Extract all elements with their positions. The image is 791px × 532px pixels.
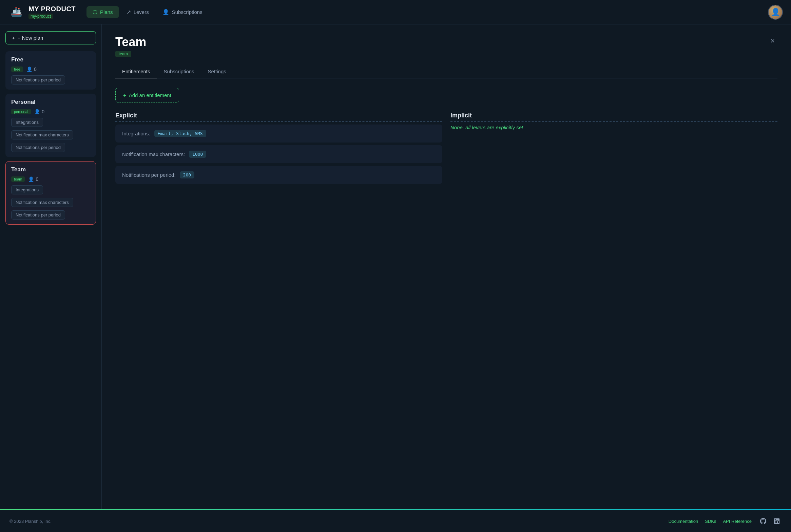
plan-card-team[interactable]: Team team 👤 0 Integrations Notification … bbox=[5, 161, 96, 225]
sidebar: + + New plan Free free 👤 0 Notifications… bbox=[0, 24, 102, 509]
footer-link-documentation[interactable]: Documentation bbox=[669, 519, 698, 524]
user-icon-free: 👤 bbox=[26, 66, 32, 72]
entitlement-tag-free-0: Notifications per period bbox=[11, 75, 65, 84]
entitlement-tag-personal-2: Notifications per period bbox=[11, 143, 65, 152]
footer: © 2023 Planship, Inc. Documentation SDKs… bbox=[0, 509, 791, 532]
entitlements-grid: Explicit Integrations: Email, Slack, SMS… bbox=[115, 112, 777, 187]
nav-tab-subscriptions[interactable]: 👤 Subscriptions bbox=[156, 6, 209, 18]
subscriptions-icon: 👤 bbox=[162, 9, 169, 15]
entitlement-row-integrations: Integrations: Email, Slack, SMS bbox=[115, 125, 442, 142]
footer-link-api-reference[interactable]: API Reference bbox=[723, 519, 752, 524]
avatar[interactable]: 👤 bbox=[768, 5, 783, 20]
tab-settings[interactable]: Settings bbox=[201, 65, 233, 78]
footer-social bbox=[758, 516, 782, 526]
new-plan-icon: + bbox=[12, 35, 15, 41]
user-count-personal: 0 bbox=[42, 109, 44, 114]
entitlement-tag-personal-0: Integrations bbox=[11, 118, 43, 127]
notifications-per-period-label: Notifications per period: bbox=[122, 172, 176, 178]
nav-tab-subscriptions-label: Subscriptions bbox=[172, 9, 202, 15]
linkedin-icon[interactable] bbox=[772, 516, 782, 526]
entitlement-tag-team-0: Integrations bbox=[11, 185, 43, 194]
content-badge: team bbox=[115, 51, 131, 57]
close-button[interactable]: × bbox=[768, 35, 777, 47]
plan-user-count-free: 👤 0 bbox=[26, 66, 37, 72]
new-plan-label: + New plan bbox=[18, 35, 43, 41]
content-header: Team team × bbox=[115, 35, 777, 57]
nav-tab-levers-label: Levers bbox=[134, 9, 149, 15]
content-area: Team team × Entitlements Subscriptions S… bbox=[102, 24, 791, 509]
plan-name-personal: Personal bbox=[11, 99, 36, 106]
user-count-free: 0 bbox=[34, 66, 37, 72]
github-icon[interactable] bbox=[758, 516, 768, 526]
plan-name-free: Free bbox=[11, 56, 23, 63]
plan-name-team: Team bbox=[11, 166, 26, 173]
implicit-empty-text: None, all levers are explicitly set bbox=[450, 125, 777, 130]
logo-subtitle: my-product bbox=[28, 14, 53, 19]
tab-entitlements[interactable]: Entitlements bbox=[115, 65, 157, 78]
add-entitlement-icon: + bbox=[123, 92, 126, 98]
plans-icon: ⬡ bbox=[93, 9, 97, 15]
content-title-block: Team team bbox=[115, 35, 146, 57]
explicit-section: Explicit Integrations: Email, Slack, SMS… bbox=[115, 112, 442, 187]
logo-title: MY PRODUCT bbox=[28, 5, 76, 13]
footer-copyright: © 2023 Planship, Inc. bbox=[9, 519, 52, 524]
header: 🚢 MY PRODUCT my-product ⬡ Plans ↗ Levers… bbox=[0, 0, 791, 24]
entitlement-tag-personal-1: Notification max characters bbox=[11, 130, 73, 139]
plan-user-count-team: 👤 0 bbox=[28, 176, 38, 182]
implicit-section: Implicit None, all levers are explicitly… bbox=[450, 112, 777, 187]
plan-badge-personal: personal bbox=[11, 109, 31, 114]
integrations-value: Email, Slack, SMS bbox=[154, 130, 206, 137]
user-count-team: 0 bbox=[36, 176, 38, 182]
avatar-image: 👤 bbox=[769, 5, 782, 19]
entitlement-row-notifications-per-period: Notifications per period: 200 bbox=[115, 166, 442, 184]
integrations-label: Integrations: bbox=[122, 131, 150, 136]
user-icon-team: 👤 bbox=[28, 176, 34, 182]
explicit-section-title: Explicit bbox=[115, 112, 442, 122]
page-title: Team bbox=[115, 35, 146, 49]
footer-link-sdks[interactable]: SDKs bbox=[705, 519, 716, 524]
implicit-section-title: Implicit bbox=[450, 112, 777, 122]
plan-user-count-personal: 👤 0 bbox=[34, 109, 44, 114]
tab-bar: Entitlements Subscriptions Settings bbox=[115, 65, 777, 78]
logo-icon: 🚢 bbox=[8, 4, 24, 20]
plan-card-free[interactable]: Free free 👤 0 Notifications per period bbox=[5, 51, 96, 90]
entitlement-row-max-chars: Notification max characters: 1000 bbox=[115, 145, 442, 163]
add-entitlement-button[interactable]: + Add an entitlement bbox=[115, 88, 179, 102]
nav-tabs: ⬡ Plans ↗ Levers 👤 Subscriptions bbox=[86, 6, 209, 18]
add-entitlement-label: Add an entitlement bbox=[129, 92, 171, 98]
notifications-per-period-value: 200 bbox=[180, 171, 194, 178]
nav-tab-plans-label: Plans bbox=[100, 9, 113, 15]
footer-links: Documentation SDKs API Reference bbox=[669, 516, 782, 526]
main-layout: + + New plan Free free 👤 0 Notifications… bbox=[0, 24, 791, 509]
entitlement-tag-team-2: Notifications per period bbox=[11, 210, 65, 220]
user-icon-personal: 👤 bbox=[34, 109, 40, 114]
entitlement-tag-team-1: Notification max characters bbox=[11, 198, 73, 207]
logo: 🚢 MY PRODUCT my-product bbox=[8, 4, 76, 20]
max-chars-value: 1000 bbox=[189, 151, 206, 158]
max-chars-label: Notification max characters: bbox=[122, 151, 185, 157]
plan-badge-team: team bbox=[11, 176, 25, 182]
plan-card-personal[interactable]: Personal personal 👤 0 Integrations Notif… bbox=[5, 94, 96, 157]
plan-badge-free: free bbox=[11, 66, 23, 72]
levers-icon: ↗ bbox=[127, 9, 131, 15]
new-plan-button[interactable]: + + New plan bbox=[5, 31, 96, 44]
nav-tab-levers[interactable]: ↗ Levers bbox=[120, 6, 155, 18]
tab-subscriptions[interactable]: Subscriptions bbox=[157, 65, 201, 78]
nav-tab-plans[interactable]: ⬡ Plans bbox=[86, 6, 119, 18]
